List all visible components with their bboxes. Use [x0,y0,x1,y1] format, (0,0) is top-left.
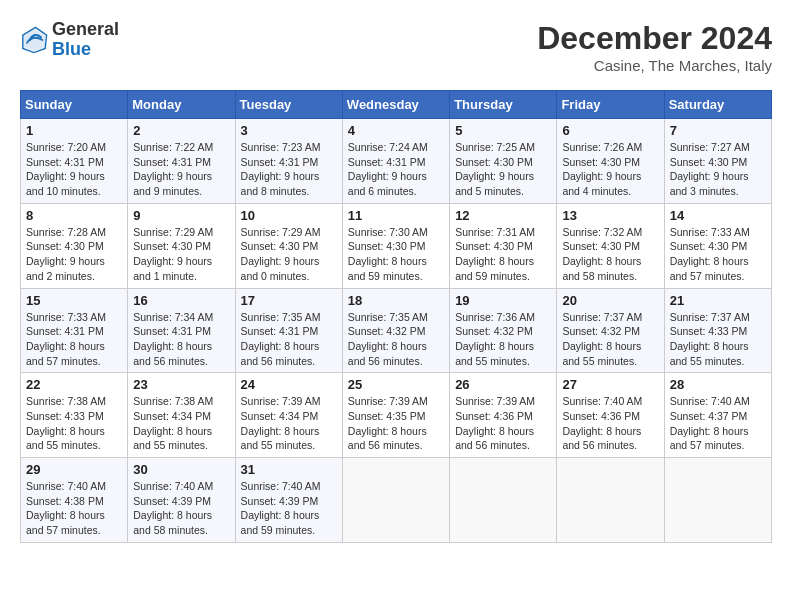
title-block: December 2024 Casine, The Marches, Italy [537,20,772,74]
daylight-label: Daylight: 8 hours and 58 minutes. [133,509,212,536]
sunset-label: Sunset: 4:32 PM [562,325,640,337]
daylight-label: Daylight: 8 hours and 57 minutes. [670,255,749,282]
day-info: Sunrise: 7:38 AM Sunset: 4:33 PM Dayligh… [26,394,122,453]
col-friday: Friday [557,91,664,119]
sunset-label: Sunset: 4:30 PM [670,156,748,168]
day-number: 28 [670,377,766,392]
sunset-label: Sunset: 4:38 PM [26,495,104,507]
daylight-label: Daylight: 8 hours and 56 minutes. [562,425,641,452]
sunset-label: Sunset: 4:39 PM [133,495,211,507]
day-info: Sunrise: 7:29 AM Sunset: 4:30 PM Dayligh… [241,225,337,284]
month-title: December 2024 [537,20,772,57]
day-info: Sunrise: 7:30 AM Sunset: 4:30 PM Dayligh… [348,225,444,284]
sunset-label: Sunset: 4:32 PM [455,325,533,337]
day-info: Sunrise: 7:39 AM Sunset: 4:36 PM Dayligh… [455,394,551,453]
day-info: Sunrise: 7:38 AM Sunset: 4:34 PM Dayligh… [133,394,229,453]
day-number: 4 [348,123,444,138]
sunset-label: Sunset: 4:31 PM [26,325,104,337]
sunrise-label: Sunrise: 7:26 AM [562,141,642,153]
table-row: 27 Sunrise: 7:40 AM Sunset: 4:36 PM Dayl… [557,373,664,458]
table-row: 18 Sunrise: 7:35 AM Sunset: 4:32 PM Dayl… [342,288,449,373]
sunset-label: Sunset: 4:31 PM [241,156,319,168]
table-row: 31 Sunrise: 7:40 AM Sunset: 4:39 PM Dayl… [235,458,342,543]
sunset-label: Sunset: 4:31 PM [241,325,319,337]
sunset-label: Sunset: 4:37 PM [670,410,748,422]
day-info: Sunrise: 7:34 AM Sunset: 4:31 PM Dayligh… [133,310,229,369]
col-saturday: Saturday [664,91,771,119]
day-info: Sunrise: 7:26 AM Sunset: 4:30 PM Dayligh… [562,140,658,199]
day-number: 12 [455,208,551,223]
calendar-week-row: 15 Sunrise: 7:33 AM Sunset: 4:31 PM Dayl… [21,288,772,373]
day-number: 15 [26,293,122,308]
logo-general: General [52,20,119,40]
day-info: Sunrise: 7:33 AM Sunset: 4:30 PM Dayligh… [670,225,766,284]
table-row: 5 Sunrise: 7:25 AM Sunset: 4:30 PM Dayli… [450,119,557,204]
page-header: General Blue December 2024 Casine, The M… [20,20,772,74]
sunrise-label: Sunrise: 7:36 AM [455,311,535,323]
day-number: 21 [670,293,766,308]
daylight-label: Daylight: 8 hours and 56 minutes. [348,425,427,452]
sunset-label: Sunset: 4:30 PM [26,240,104,252]
daylight-label: Daylight: 8 hours and 59 minutes. [455,255,534,282]
day-info: Sunrise: 7:27 AM Sunset: 4:30 PM Dayligh… [670,140,766,199]
table-row [664,458,771,543]
location: Casine, The Marches, Italy [537,57,772,74]
day-number: 20 [562,293,658,308]
daylight-label: Daylight: 9 hours and 10 minutes. [26,170,105,197]
sunrise-label: Sunrise: 7:39 AM [241,395,321,407]
table-row [450,458,557,543]
daylight-label: Daylight: 9 hours and 1 minute. [133,255,212,282]
sunset-label: Sunset: 4:39 PM [241,495,319,507]
daylight-label: Daylight: 8 hours and 55 minutes. [670,340,749,367]
col-thursday: Thursday [450,91,557,119]
table-row: 11 Sunrise: 7:30 AM Sunset: 4:30 PM Dayl… [342,203,449,288]
sunset-label: Sunset: 4:31 PM [133,325,211,337]
daylight-label: Daylight: 9 hours and 9 minutes. [133,170,212,197]
table-row: 10 Sunrise: 7:29 AM Sunset: 4:30 PM Dayl… [235,203,342,288]
daylight-label: Daylight: 9 hours and 2 minutes. [26,255,105,282]
table-row: 6 Sunrise: 7:26 AM Sunset: 4:30 PM Dayli… [557,119,664,204]
day-number: 17 [241,293,337,308]
sunrise-label: Sunrise: 7:39 AM [348,395,428,407]
day-info: Sunrise: 7:40 AM Sunset: 4:39 PM Dayligh… [241,479,337,538]
day-number: 18 [348,293,444,308]
sunrise-label: Sunrise: 7:39 AM [455,395,535,407]
day-number: 14 [670,208,766,223]
sunset-label: Sunset: 4:31 PM [348,156,426,168]
day-number: 3 [241,123,337,138]
logo-icon [20,26,48,54]
day-info: Sunrise: 7:37 AM Sunset: 4:33 PM Dayligh… [670,310,766,369]
table-row: 19 Sunrise: 7:36 AM Sunset: 4:32 PM Dayl… [450,288,557,373]
day-info: Sunrise: 7:31 AM Sunset: 4:30 PM Dayligh… [455,225,551,284]
day-info: Sunrise: 7:29 AM Sunset: 4:30 PM Dayligh… [133,225,229,284]
daylight-label: Daylight: 8 hours and 55 minutes. [562,340,641,367]
sunrise-label: Sunrise: 7:37 AM [562,311,642,323]
day-info: Sunrise: 7:33 AM Sunset: 4:31 PM Dayligh… [26,310,122,369]
day-info: Sunrise: 7:20 AM Sunset: 4:31 PM Dayligh… [26,140,122,199]
sunrise-label: Sunrise: 7:33 AM [26,311,106,323]
day-info: Sunrise: 7:35 AM Sunset: 4:32 PM Dayligh… [348,310,444,369]
daylight-label: Daylight: 8 hours and 56 minutes. [241,340,320,367]
day-number: 7 [670,123,766,138]
daylight-label: Daylight: 8 hours and 56 minutes. [348,340,427,367]
calendar-table: Sunday Monday Tuesday Wednesday Thursday… [20,90,772,543]
table-row: 9 Sunrise: 7:29 AM Sunset: 4:30 PM Dayli… [128,203,235,288]
day-info: Sunrise: 7:22 AM Sunset: 4:31 PM Dayligh… [133,140,229,199]
table-row: 4 Sunrise: 7:24 AM Sunset: 4:31 PM Dayli… [342,119,449,204]
day-info: Sunrise: 7:35 AM Sunset: 4:31 PM Dayligh… [241,310,337,369]
day-info: Sunrise: 7:40 AM Sunset: 4:36 PM Dayligh… [562,394,658,453]
sunset-label: Sunset: 4:34 PM [133,410,211,422]
table-row [557,458,664,543]
sunrise-label: Sunrise: 7:29 AM [241,226,321,238]
daylight-label: Daylight: 9 hours and 5 minutes. [455,170,534,197]
day-number: 11 [348,208,444,223]
col-sunday: Sunday [21,91,128,119]
sunrise-label: Sunrise: 7:38 AM [133,395,213,407]
table-row: 22 Sunrise: 7:38 AM Sunset: 4:33 PM Dayl… [21,373,128,458]
day-number: 19 [455,293,551,308]
sunrise-label: Sunrise: 7:20 AM [26,141,106,153]
sunset-label: Sunset: 4:30 PM [133,240,211,252]
daylight-label: Daylight: 9 hours and 3 minutes. [670,170,749,197]
day-info: Sunrise: 7:40 AM Sunset: 4:37 PM Dayligh… [670,394,766,453]
logo-blue: Blue [52,40,119,60]
